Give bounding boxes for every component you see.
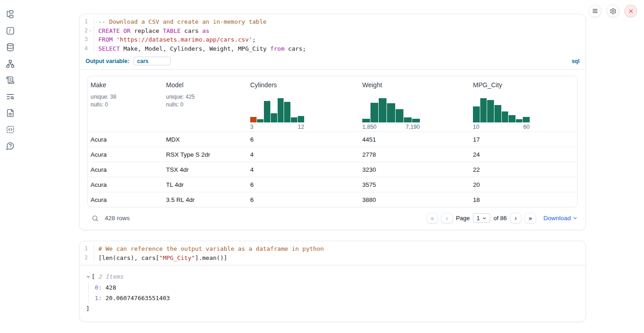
menu-button[interactable] [589,5,601,17]
prev-page-button[interactable]: ‹ [441,213,453,223]
code-token: ].mean()] [195,254,227,261]
page-select[interactable]: 1 [473,213,490,223]
sidebar-item-documentation[interactable] [5,108,16,118]
histogram-bar[interactable] [494,105,501,122]
histogram-bar[interactable] [523,117,530,122]
table-cell: TSX 4dr [163,166,247,173]
sql-code-editor[interactable]: 1-- Download a CSV and create an in-memo… [80,14,585,56]
sidebar-item-chat-help[interactable] [5,141,16,151]
histogram-bar[interactable] [387,103,395,122]
table-cell: 22 [470,166,577,173]
next-page-button[interactable]: › [510,213,521,223]
code-line[interactable]: [len(cars), cars["MPG_City"].mean()] [94,254,227,263]
sidebar-item-dependencies[interactable] [5,58,16,69]
sidebar-item-snippets[interactable] [5,75,16,85]
notebook: 1-- Download a CSV and create an in-memo… [79,0,586,322]
histogram-bar[interactable] [404,117,412,122]
code-token: ; [252,36,256,43]
histogram-bar[interactable] [291,117,297,122]
column-name: Make [91,81,163,89]
output-variable-row: Output variable: sql [80,56,585,69]
output-variable-input[interactable] [134,57,171,65]
chevron-down-icon [86,275,91,279]
code-line[interactable]: FROM 'https://datasets.marimo.app/cars.c… [94,35,256,44]
histogram-bar[interactable] [480,98,487,122]
close-button[interactable] [624,5,637,17]
histogram-bar[interactable] [370,103,378,122]
column-header[interactable]: Makeunique: 38nulls: 0 [88,76,163,132]
column-header[interactable]: Modelunique: 425nulls: 0 [163,76,247,132]
tree-collapse-toggle[interactable] [86,275,91,279]
code-line-row: 2CREATE OR replace TABLE cars as [80,26,585,36]
table-search-button[interactable] [91,215,99,222]
table-cell: 3575 [360,181,470,188]
table-row[interactable]: Acura3.5 RL 4dr6388018 [88,192,577,207]
histogram-bar[interactable] [502,111,509,122]
histogram-bar[interactable] [284,102,290,122]
fold-toggle[interactable] [88,28,92,33]
code-line[interactable]: -- Download a CSV and create an in-memor… [94,17,267,26]
histogram-bar[interactable] [379,98,386,122]
sql-output-pane: Makeunique: 38nulls: 0Modelunique: 425nu… [80,70,585,230]
table-row[interactable]: AcuraMDX6445117 [88,132,577,147]
table-row[interactable]: AcuraTL 4dr6357520 [88,177,577,192]
histogram-bar[interactable] [257,119,263,122]
table-cell: 18 [470,196,577,203]
histogram-bar[interactable] [271,113,277,122]
histogram-bar[interactable] [516,119,523,122]
page-label: Page [456,215,470,222]
sidebar-item-functions[interactable]: f [5,26,16,36]
histogram-bar[interactable] [473,106,480,122]
file-tree-icon [6,10,15,19]
histogram-bars [473,97,530,122]
table-row[interactable]: AcuraTSX 4dr4323022 [88,162,577,177]
histogram-bar[interactable] [298,116,304,122]
histogram-bar[interactable] [362,119,370,122]
code-token: FROM [98,36,113,43]
line-gutter: 1 [80,244,94,254]
settings-button[interactable] [606,5,619,17]
code-line[interactable]: # We can reference the output variable a… [94,244,324,254]
axis-min-label: 1,850 [362,124,376,130]
sidebar-item-datasources[interactable] [5,42,16,52]
tree-item-key: 0: [95,284,102,291]
column-name: MPG_City [473,81,577,89]
download-button[interactable]: Download [543,215,578,222]
code-token: from [270,45,284,52]
line-gutter: 1 [80,17,94,26]
table-cell: 20 [470,181,577,188]
histogram-bar[interactable] [396,109,403,122]
histogram-bar[interactable] [278,98,284,122]
sidebar-item-file-explorer[interactable] [5,9,16,19]
code-line-row: 3FROM 'https://datasets.marimo.app/cars.… [80,35,585,44]
column-name: Model [166,81,247,89]
code-line[interactable]: CREATE OR replace TABLE cars as [94,26,209,36]
line-number: 4 [85,44,88,53]
first-page-button[interactable]: « [427,213,438,223]
column-header[interactable]: Weight1,8507,190 [360,76,470,132]
histogram-bar[interactable] [250,117,257,122]
table-cell: 6 [247,136,360,143]
code-token: cars; [284,45,306,52]
histogram-axis: 1060 [473,124,530,130]
python-code-editor[interactable]: 1# We can reference the output variable … [80,241,585,265]
table-cell: 17 [470,136,577,143]
message-question-icon [6,142,15,150]
table-cell: Acura [88,166,163,173]
sidebar-item-scratchpad[interactable] [5,124,16,134]
code-line[interactable]: SELECT Make, Model, Cylinders, Weight, M… [94,44,306,53]
last-page-button[interactable]: » [525,213,536,223]
histogram-bar[interactable] [264,101,270,122]
tree-items: 0: 4281: 20.060747663551403 [88,283,585,303]
sidebar-item-logs[interactable] [5,91,16,101]
line-number: 1 [85,17,88,26]
table-row[interactable]: AcuraRSX Type S 2dr4277824 [88,147,577,162]
tree-item-value: 428 [102,284,116,291]
chevron-down-icon [482,216,487,221]
column-header[interactable]: Cylinders312 [247,76,360,132]
column-header[interactable]: MPG_City1060 [470,76,577,132]
histogram-bar[interactable] [412,119,420,122]
histogram-bar[interactable] [487,100,494,122]
axis-min-label: 3 [250,124,253,130]
histogram-bar[interactable] [509,115,515,123]
